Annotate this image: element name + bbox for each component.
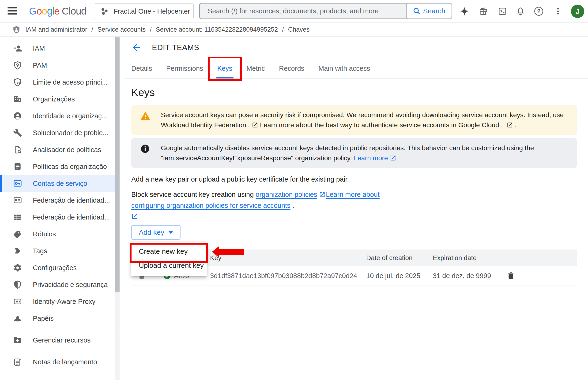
sidebar-item-iam[interactable]: IAM <box>0 40 120 57</box>
sidebar-item-notas-lancamento[interactable]: Notas de lançamento <box>0 354 120 370</box>
learn-more-authenticate-link[interactable]: Learn more about the best way to authent… <box>260 121 499 129</box>
info-icon <box>140 144 150 163</box>
expiration-date: 31 de dez. de 9999 <box>433 272 491 280</box>
sidebar-nav: IAM PAM Limite de acesso princi... Organ… <box>0 37 120 380</box>
tab-records[interactable]: Records <box>272 59 311 78</box>
info-learn-more-link[interactable]: Learn more <box>354 154 388 162</box>
menu-item-create-new-key[interactable]: Create new key <box>131 244 207 258</box>
wrench-icon <box>13 128 22 137</box>
tab-details[interactable]: Details <box>124 59 159 78</box>
tab-bar: Details Permissions Keys Metric Records … <box>124 59 588 78</box>
sidebar-item-contas-de-servico[interactable]: Contas de serviço <box>0 175 120 192</box>
external-link-icon <box>390 155 396 161</box>
external-link-icon <box>131 213 138 220</box>
help-icon[interactable]: ? <box>533 6 544 17</box>
shield-person-icon <box>13 78 22 87</box>
sidebar-item-tags[interactable]: Tags <box>0 243 120 259</box>
project-selector[interactable]: Fracttal One - Helpcenter <box>94 3 194 19</box>
add-key-button[interactable]: Add key <box>131 225 181 240</box>
sidebar-item-pam[interactable]: PAM <box>0 57 120 74</box>
breadcrumb-item-chaves: Chaves <box>288 26 310 33</box>
sidebar-divider <box>0 351 120 351</box>
sidebar-item-federacao-identidade-1[interactable]: Federação de identidad... <box>0 192 120 209</box>
tab-metric[interactable]: Metric <box>239 59 272 78</box>
project-name: Fracttal One - Helpcenter <box>114 7 190 15</box>
info-text: Google automatically disables service ac… <box>161 143 534 163</box>
sidebar-divider <box>0 373 120 373</box>
sidebar-item-analisador[interactable]: Analisador de políticas <box>0 141 120 158</box>
page-title: EDIT TEAMS <box>152 43 199 52</box>
sidebar-item-identidade[interactable]: Identidade e organizaç... <box>0 108 120 124</box>
warning-banner: Service account keys can pose a security… <box>131 105 577 135</box>
breadcrumb-item-iam[interactable]: IAM and administrator <box>25 26 87 33</box>
column-header-expiration-date: Expiration date <box>433 254 477 262</box>
sidebar-item-federacao-identidade-2[interactable]: Federação de identidad... <box>0 209 120 226</box>
google-wordmark: Google <box>29 6 59 17</box>
back-arrow-icon[interactable] <box>131 42 142 53</box>
external-link-icon <box>507 122 513 128</box>
person-circle-icon <box>13 112 22 120</box>
sidebar-scrollbar[interactable] <box>115 37 120 380</box>
sidebar-divider <box>0 329 120 329</box>
release-notes-icon <box>13 358 22 366</box>
main-content: EDIT TEAMS Details Permissions Keys Metr… <box>124 37 588 380</box>
breadcrumb-item-service-accounts[interactable]: Service accounts <box>98 26 146 33</box>
gear-icon <box>13 263 22 272</box>
policy-analyzer-icon <box>13 145 22 154</box>
folder-gear-icon <box>13 336 22 345</box>
sidebar-item-privacidade[interactable]: Privacidade e segurança <box>0 276 120 293</box>
creation-date: 10 de jul. de 2025 <box>366 272 420 280</box>
list-icon <box>13 213 22 222</box>
sidebar-collapse-button[interactable] <box>0 377 120 380</box>
warning-triangle-icon <box>140 111 150 130</box>
delete-key-button[interactable] <box>507 271 515 280</box>
search-input[interactable] <box>199 3 406 19</box>
sidebar-item-iap[interactable]: Identity-Aware Proxy <box>0 293 120 310</box>
info-banner: Google automatically disables service ac… <box>131 138 577 168</box>
sidebar-item-rotulos[interactable]: Rótulos <box>0 226 120 243</box>
sidebar-item-gerenciar-recursos[interactable]: Gerenciar recursos <box>0 332 120 349</box>
sidebar-item-limite-acesso[interactable]: Limite de acesso princi... <box>0 74 120 91</box>
workload-identity-federation-link[interactable]: Workload Identity Federation . <box>161 121 250 129</box>
shield-half-icon <box>13 280 22 289</box>
more-vertical-icon[interactable] <box>553 6 563 17</box>
service-account-key-icon <box>13 179 22 188</box>
organization-building-icon <box>13 95 22 104</box>
tab-main-with-access[interactable]: Main with access <box>311 59 377 78</box>
tab-keys[interactable]: Keys <box>210 59 239 78</box>
cloud-shell-icon[interactable] <box>497 6 508 17</box>
breadcrumb: IAM and administrator / Service accounts… <box>0 23 588 37</box>
key-id: 3d1df3871dae13bf097b03088b2d8b72a97c0d24 <box>210 272 357 280</box>
gift-icon[interactable] <box>478 6 488 17</box>
tab-permissions[interactable]: Permissions <box>159 59 210 78</box>
top-bar: GoogleCloud Fracttal One - Helpcenter Se… <box>0 0 588 23</box>
column-header-key: Key <box>210 254 221 262</box>
sidebar-item-politicas[interactable]: Políticas da organização <box>0 158 120 175</box>
sidebar-item-papeis[interactable]: Papéis <box>0 310 120 327</box>
gemini-sparkle-icon[interactable] <box>459 6 470 17</box>
policy-document-icon <box>13 162 22 171</box>
shield-key-icon <box>13 61 22 70</box>
search-button[interactable]: Search <box>406 3 452 19</box>
external-link-icon <box>319 191 325 198</box>
sidebar-item-configuracoes[interactable]: Configurações <box>0 259 120 276</box>
project-hexagons-icon <box>100 7 109 16</box>
iam-shield-icon <box>12 25 21 34</box>
intro-text: Add a new key pair or upload a public ke… <box>131 175 349 183</box>
notifications-bell-icon[interactable] <box>515 6 526 17</box>
breadcrumb-item-service-account-id[interactable]: Service account: 116354228228094995252 <box>156 26 278 33</box>
google-cloud-logo[interactable]: GoogleCloud <box>29 6 86 17</box>
column-header-date-of-creation: Date of creation <box>366 254 413 262</box>
user-avatar[interactable]: J <box>571 5 584 18</box>
sidebar-item-organizacoes[interactable]: Organizações <box>0 91 120 108</box>
chevron-down-icon <box>168 231 173 234</box>
tag-arrow-icon <box>13 247 22 255</box>
menu-item-upload-current-key[interactable]: Upload a current key <box>131 258 207 272</box>
add-key-dropdown-menu: Create new key Upload a current key <box>131 242 207 276</box>
identity-card-icon <box>13 196 22 205</box>
warning-text: Service account keys can pose a security… <box>161 110 564 130</box>
organization-policies-link[interactable]: organization policies <box>256 191 317 198</box>
section-title: Keys <box>131 86 155 99</box>
sidebar-item-solucionador[interactable]: Solucionador de proble... <box>0 124 120 141</box>
hamburger-menu-icon[interactable] <box>7 7 18 15</box>
